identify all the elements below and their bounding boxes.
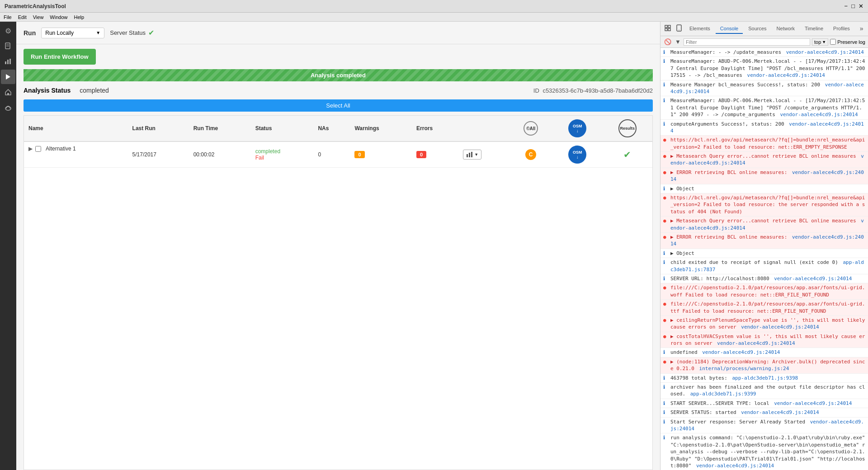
results-header-label: Results (620, 126, 635, 131)
log-link[interactable]: vendor-aalece4cd9.js:24014 (747, 72, 825, 78)
sidebar-icon-settings[interactable]: ⚙ (1, 24, 15, 38)
cell-chart: ▼ (458, 141, 509, 168)
log-text: MeasureManager: - -> /update_measures ve… (670, 49, 865, 56)
log-entry: ℹchild exited due to receipt of signal n… (660, 258, 868, 274)
c-badge: C (525, 149, 536, 160)
top-dropdown[interactable]: top ▼ (812, 38, 828, 46)
log-link[interactable]: vendor-aalece4cd9.js:24014 (741, 324, 819, 330)
col-nas: NAs (313, 116, 350, 141)
log-link[interactable]: vendor-aalece4cd9.js:24014 (717, 340, 795, 346)
error-icon: ● (663, 284, 669, 291)
info-icon: ℹ (663, 434, 669, 441)
row-expand-icon[interactable]: ▶ (28, 146, 33, 152)
info-icon: ℹ (663, 349, 669, 356)
console-filter-input[interactable] (684, 38, 810, 46)
sidebar-icon-run[interactable] (1, 70, 15, 84)
sidebar-icon-chart[interactable] (1, 54, 15, 69)
log-link[interactable]: vendor-aalece4cd9.js:24014 (670, 419, 864, 432)
success-check-icon: ✔ (623, 150, 631, 160)
log-entry: ℹ ▶ Object (660, 249, 868, 258)
log-link[interactable]: vendor-aalece4cd9.js:24014 (670, 218, 864, 230)
devtools-icon-inspect[interactable] (662, 24, 673, 33)
window-controls: − □ ✕ (844, 3, 863, 9)
title-bar: ParametricAnalysisTool − □ ✕ (0, 0, 868, 13)
clear-console-icon[interactable]: 🚫 (663, 38, 672, 45)
log-link[interactable]: internal/process/warning.js:24 (699, 366, 789, 371)
row-checkbox[interactable] (35, 146, 41, 152)
log-link[interactable]: vendor-aalece4cd9.js:24014 (670, 121, 864, 134)
tab-sources[interactable]: Sources (744, 24, 771, 34)
col-last-run: Last Run (128, 116, 189, 141)
sidebar-icon-cloud[interactable] (1, 100, 15, 115)
log-link[interactable]: app-aldc3deb71.js:7837 (670, 259, 864, 272)
log-text: SERVER URL: http://localhost:8080 vendor… (670, 275, 865, 282)
tab-more[interactable]: » (855, 23, 868, 35)
filter-icon[interactable]: ▼ (674, 38, 682, 45)
error-icon: ● (663, 333, 669, 340)
close-button[interactable]: ✕ (859, 3, 863, 9)
menu-edit[interactable]: Edit (18, 14, 27, 20)
chart-button[interactable]: ▼ (463, 150, 481, 160)
cell-results: ✔ (603, 141, 653, 168)
menu-file[interactable]: File (4, 14, 12, 20)
svg-rect-15 (665, 28, 667, 31)
log-entry: ℹMeasureManager: ABUD-PC-006.Mertek.loca… (660, 96, 868, 119)
log-link[interactable]: vendor-aalece4cd9.js:24014 (780, 112, 858, 118)
log-link[interactable]: vendor-aalece4cd9.js:24014 (702, 349, 780, 355)
menu-view[interactable]: View (33, 14, 44, 20)
devtools-toolbar: 🚫 ▼ top ▼ Preserve log (660, 36, 868, 48)
log-text: ▶ Object (670, 185, 865, 192)
run-dropdown[interactable]: Run Locally ▼ (41, 28, 104, 38)
status-completed: completed (255, 148, 309, 155)
error-icon: ● (663, 217, 669, 224)
info-icon: ℹ (663, 384, 669, 390)
log-link[interactable]: vendor-aalece4cd9.js:24014 (670, 169, 864, 182)
tab-elements[interactable]: Elements (685, 24, 715, 34)
log-link[interactable]: app-aldc3deb71.js:9399 (690, 391, 756, 397)
log-link[interactable]: vendor-aalece4cd9.js:24014 (774, 400, 852, 406)
devtools-icon-mobile[interactable] (674, 24, 684, 33)
menu-window[interactable]: Window (50, 14, 67, 20)
minimize-button[interactable]: − (844, 3, 848, 9)
osm-download-button[interactable]: OSM ↓ (568, 146, 586, 164)
log-entry: ●▶ ERROR retrieving BCL online measures:… (660, 233, 868, 249)
log-link[interactable]: app-aldc3deb71.js:9398 (732, 375, 798, 381)
log-link[interactable]: vendor-aalece4cd9.js:24014 (696, 463, 774, 469)
maximize-button[interactable]: □ (851, 3, 855, 9)
app-content: Run Run Locally ▼ Server Status ✔ Run En… (16, 22, 660, 470)
sidebar-icon-documents[interactable] (1, 39, 15, 53)
log-link[interactable]: vendor-aalece4cd9.js:24014 (670, 82, 864, 94)
cell-run-time: 00:00:02 (189, 141, 251, 168)
select-all-button[interactable]: Select All (24, 99, 653, 112)
log-link[interactable]: vendor-aalece4cd9.js:24014 (670, 153, 864, 166)
log-text: file:///C:/openstudio-2.1.0/pat/resource… (670, 301, 865, 315)
log-link[interactable]: vendor-aalece4cd9.js:24014 (741, 409, 819, 415)
error-icon: ● (663, 301, 669, 307)
log-text: MeasureManager: ABUD-PC-006.Mertek.local… (670, 97, 865, 118)
log-link[interactable]: vendor-aalece4cd9.js:24014 (786, 49, 864, 55)
log-entry: ℹrun analysis command: "C:\openstudio-2.… (660, 433, 868, 470)
log-text: undefined vendor-aalece4cd9.js:24014 (670, 349, 865, 356)
sidebar-icon-home[interactable] (1, 85, 15, 99)
log-entry: ●▶ ceilingReturnPlenumSpaceType value is… (660, 316, 868, 332)
devtools-tabs: Elements Console Sources Network Timelin… (660, 22, 868, 36)
cell-last-run: 5/17/2017 (128, 141, 189, 168)
sidebar: ⚙ (0, 22, 16, 470)
run-entire-workflow-button[interactable]: Run Entire Workflow (24, 49, 96, 65)
error-icon: ● (663, 194, 669, 201)
log-entry: ℹundefined vendor-aalece4cd9.js:24014 (660, 348, 868, 357)
tab-console[interactable]: Console (716, 24, 743, 34)
tab-timeline[interactable]: Timeline (800, 24, 828, 34)
log-link[interactable]: vendor-aalece4cd9.js:24014 (670, 234, 864, 247)
analysis-status-row: Analysis Status completed ID c5326353-6c… (16, 81, 660, 99)
log-text: Measure Manager bcl_measures Success!, s… (670, 81, 865, 95)
error-icon: ● (663, 317, 669, 324)
log-link[interactable]: vendor-aalece4cd9.js:24014 (774, 276, 852, 282)
log-text: Start Server response: Server Already St… (670, 418, 865, 432)
devtools-console-content: ℹMeasureManager: - -> /update_measures v… (660, 48, 868, 470)
tab-profiles[interactable]: Profiles (829, 24, 854, 34)
menu-help[interactable]: Help (74, 14, 84, 20)
app-title: ParametricAnalysisTool (5, 3, 66, 9)
preserve-log-checkbox[interactable] (830, 39, 836, 45)
tab-network[interactable]: Network (772, 24, 799, 34)
